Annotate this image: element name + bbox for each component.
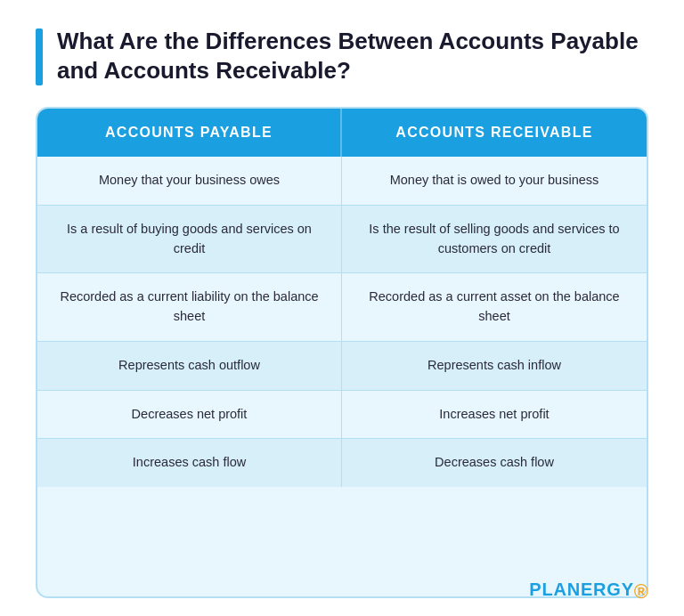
comparison-table: ACCOUNTS PAYABLE ACCOUNTS RECEIVABLE Mon… [36,107,648,598]
title-accent-bar [36,28,43,85]
table-header: ACCOUNTS PAYABLE ACCOUNTS RECEIVABLE [37,109,647,157]
brand-dot: ® [634,582,648,602]
table-row: Represents cash outflowRepresents cash i… [37,342,647,391]
header-col1: ACCOUNTS PAYABLE [37,109,342,157]
table-row: Money that your business owesMoney that … [37,157,647,206]
cell-row3-col2: Represents cash inflow [342,342,647,390]
cell-row5-col1: Increases cash flow [37,439,342,487]
brand-name: PLANERGY [529,580,634,600]
header-col2: ACCOUNTS RECEIVABLE [342,109,647,157]
table-body: Money that your business owesMoney that … [37,157,647,487]
cell-row0-col2: Money that is owed to your business [342,157,647,205]
table-row: Increases cash flowDecreases cash flow [37,439,647,487]
cell-row1-col2: Is the result of selling goods and servi… [342,206,647,273]
table-row: Recorded as a current liability on the b… [37,273,647,342]
page-wrapper: What Are the Differences Between Account… [0,0,684,616]
cell-row2-col2: Recorded as a current asset on the balan… [342,273,647,341]
cell-row3-col1: Represents cash outflow [37,342,342,390]
brand-logo: PLANERGY® [529,580,648,600]
cell-row2-col1: Recorded as a current liability on the b… [37,273,342,341]
cell-row5-col2: Decreases cash flow [342,439,647,487]
cell-row4-col1: Decreases net profit [37,391,342,439]
cell-row0-col1: Money that your business owes [37,157,342,205]
cell-row1-col1: Is a result of buying goods and services… [37,206,342,273]
cell-row4-col2: Increases net profit [342,391,647,439]
title-section: What Are the Differences Between Account… [36,27,648,85]
page-title: What Are the Differences Between Account… [57,27,648,85]
table-row: Decreases net profitIncreases net profit [37,391,647,440]
table-row: Is a result of buying goods and services… [37,206,647,274]
